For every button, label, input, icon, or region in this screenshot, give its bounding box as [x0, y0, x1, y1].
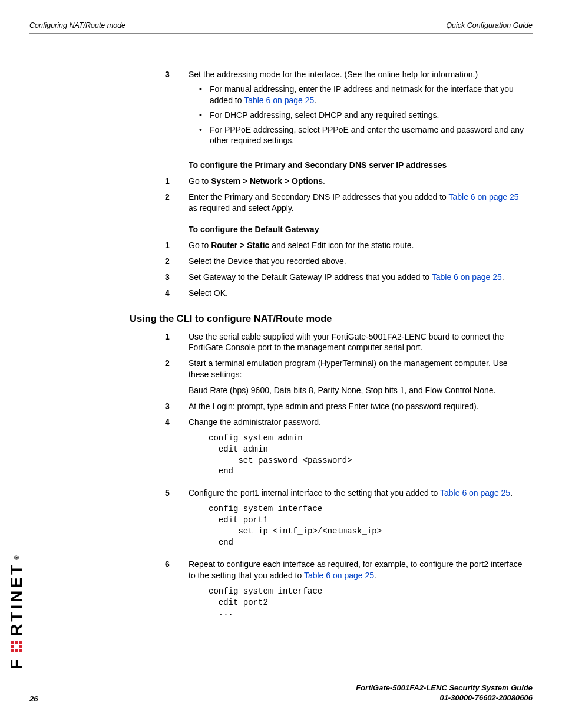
step-number: 3: [165, 69, 189, 150]
procedure-heading: To configure the Default Gateway: [189, 225, 527, 234]
step-text: At the Login: prompt, type admin and pre…: [189, 401, 527, 412]
step-3: 3 Set the addressing mode for the interf…: [165, 69, 527, 150]
code-block: config system interface edit port2 ...: [209, 586, 527, 620]
fortinet-logo: F RTINET®: [7, 553, 26, 669]
step-4: 4 Select OK.: [165, 288, 527, 299]
section-heading: Using the CLI to configure NAT/Route mod…: [130, 313, 527, 324]
bullet-icon: •: [199, 84, 210, 106]
ui-path: System > Network > Options: [211, 176, 323, 186]
step-1: 1 Use the serial cable supplied with you…: [165, 331, 527, 354]
logo-grid-icon: [11, 641, 22, 652]
footer-docid: 01-30000-76602-20080606: [29, 693, 533, 703]
bullet-item: • For manual addressing, enter the IP ad…: [199, 84, 527, 106]
step-number: 4: [165, 417, 189, 483]
bullet-icon: •: [199, 110, 210, 121]
bullet-item: • For PPPoE addressing, select PPPoE and…: [199, 124, 527, 147]
header-right: Quick Configuration Guide: [446, 21, 533, 29]
step-2: 2 Select the Device that you recorded ab…: [165, 256, 527, 267]
step-1: 1 Go to System > Network > Options.: [165, 176, 527, 187]
step-text: Go to: [189, 176, 211, 186]
step-number: 3: [165, 401, 189, 412]
step-number: 2: [165, 192, 189, 214]
step-number: 6: [165, 559, 189, 625]
step-text: Set the addressing mode for the interfac…: [189, 69, 527, 80]
step-text-end: .: [510, 488, 513, 498]
bullet-text: For DHCP addressing, select DHCP and any…: [210, 110, 439, 121]
step-text-end: .: [374, 571, 376, 580]
step-text-end: .: [323, 176, 325, 186]
step-5: 5 Configure the port1 internal interface…: [165, 487, 527, 554]
step-number: 1: [165, 331, 189, 354]
step-text: Set Gateway to the Default Gateway IP ad…: [189, 272, 432, 282]
step-text: Select OK.: [189, 288, 527, 299]
bullet-text-end: .: [314, 95, 316, 105]
footer-title: FortiGate-5001FA2-LENC Security System G…: [29, 683, 533, 693]
step-number: 1: [165, 240, 189, 251]
page-header: Configuring NAT/Route mode Quick Configu…: [29, 21, 533, 34]
step-3: 3 Set Gateway to the Default Gateway IP …: [165, 272, 527, 283]
step-text-end: .: [502, 272, 504, 282]
header-left: Configuring NAT/Route mode: [29, 21, 125, 29]
xref-link[interactable]: Table 6 on page 25: [449, 192, 519, 202]
step-text: Enter the Primary and Secondary DNS IP a…: [189, 192, 449, 202]
step-number: 2: [165, 358, 189, 396]
step-number: 3: [165, 272, 189, 283]
step-number: 4: [165, 288, 189, 299]
page-number: 26: [29, 694, 38, 703]
step-text: Configure the port1 internal interface t…: [189, 488, 440, 498]
step-number: 1: [165, 176, 189, 187]
bullet-text: For PPPoE addressing, select PPPoE and e…: [210, 124, 527, 147]
procedure-heading: To configure the Primary and Secondary D…: [189, 160, 527, 170]
bullet-icon: •: [199, 124, 210, 147]
step-number: 5: [165, 487, 189, 554]
step-number: 2: [165, 256, 189, 267]
step-text-end: as required and select Apply.: [189, 203, 294, 213]
page-footer: 26 FortiGate-5001FA2-LENC Security Syste…: [29, 683, 533, 703]
xref-link[interactable]: Table 6 on page 25: [432, 272, 502, 282]
code-block: config system interface edit port1 set i…: [209, 503, 527, 548]
step-text: Change the administrator password.: [189, 417, 527, 428]
xref-link[interactable]: Table 6 on page 25: [244, 95, 314, 105]
main-content: 3 Set the addressing mode for the interf…: [165, 69, 527, 625]
step-4: 4 Change the administrator password. con…: [165, 417, 527, 483]
step-2: 2 Enter the Primary and Secondary DNS IP…: [165, 192, 527, 214]
step-3: 3 At the Login: prompt, type admin and p…: [165, 401, 527, 412]
bullet-item: • For DHCP addressing, select DHCP and a…: [199, 110, 527, 121]
step-1: 1 Go to Router > Static and select Edit …: [165, 240, 527, 251]
step-text: Select the Device that you recorded abov…: [189, 256, 527, 267]
ui-path: Router > Static: [211, 241, 269, 250]
step-text: Go to: [189, 241, 211, 250]
xref-link[interactable]: Table 6 on page 25: [440, 488, 510, 498]
step-text: Use the serial cable supplied with your …: [189, 331, 527, 354]
step-6: 6 Repeat to configure each interface as …: [165, 559, 527, 625]
code-block: config system admin edit admin set passw…: [209, 433, 527, 477]
step-text: Start a terminal emulation program (Hype…: [189, 358, 527, 380]
step-2: 2 Start a terminal emulation program (Hy…: [165, 358, 527, 396]
xref-link[interactable]: Table 6 on page 25: [304, 571, 374, 580]
step-text-end: and select Edit icon for the static rout…: [269, 241, 414, 250]
step-note: Baud Rate (bps) 9600, Data bits 8, Parit…: [189, 385, 527, 396]
